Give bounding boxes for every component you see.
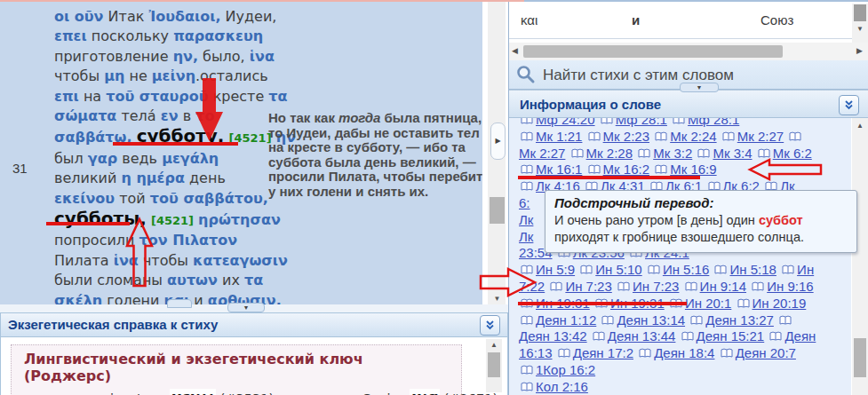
verse-link[interactable]: Ин 19:31 bbox=[536, 296, 590, 311]
scrollbar-thumb[interactable] bbox=[488, 352, 500, 377]
verse-link[interactable]: 6: bbox=[519, 195, 530, 210]
greek-word[interactable]: εκείνου bbox=[54, 190, 115, 207]
book-icon[interactable] bbox=[789, 131, 801, 142]
book-icon[interactable] bbox=[714, 265, 727, 275]
scroll-down-button[interactable]: ▼ bbox=[854, 24, 866, 34]
verse-link[interactable]: Лк bbox=[519, 229, 533, 244]
verse-link[interactable]: Ин 19:31 bbox=[610, 296, 665, 311]
scroll-up-button[interactable]: ▲ bbox=[488, 341, 500, 350]
verse-link[interactable]: Ин 5:18 bbox=[729, 262, 776, 277]
verse-link[interactable]: Мф 28:1 bbox=[688, 118, 739, 127]
greek-word[interactable]: τον Πιλατον bbox=[139, 232, 238, 249]
verse-link[interactable]: Мк 3:2 bbox=[653, 146, 692, 161]
book-icon[interactable] bbox=[521, 265, 533, 275]
greek-word[interactable]: αυτων bbox=[167, 272, 218, 288]
verse-link[interactable]: Деян 13:42 bbox=[519, 328, 587, 344]
greek-word[interactable]: μη bbox=[104, 67, 124, 84]
russian-word[interactable]: чтобы bbox=[54, 67, 100, 84]
greek-word[interactable]: μεγάλη bbox=[162, 150, 219, 167]
scrollbar-thumb[interactable] bbox=[854, 4, 866, 21]
scrollbar-thumb[interactable] bbox=[854, 338, 866, 377]
greek-word[interactable]: παρασκευη bbox=[173, 28, 263, 44]
verse-link[interactable]: Мф 28:1 bbox=[616, 118, 667, 127]
book-icon[interactable] bbox=[595, 298, 608, 309]
greek-word[interactable]: μεἰνη bbox=[152, 67, 195, 84]
greek-word[interactable]: επι bbox=[54, 88, 79, 105]
russian-word[interactable]: той bbox=[119, 190, 146, 207]
book-icon[interactable] bbox=[521, 118, 533, 125]
interlinear-text[interactable]: οι οῦν Итак Ἰουδαιοι, Иудеи,επει посколь… bbox=[54, 7, 276, 311]
scroll-right-button[interactable]: ▶ bbox=[856, 46, 863, 55]
russian-word[interactable]: был bbox=[54, 150, 84, 167]
book-icon[interactable] bbox=[571, 148, 584, 159]
verse-link[interactable]: Мк 16:2 bbox=[603, 162, 649, 177]
verse-link[interactable]: Ин 5:10 bbox=[595, 262, 641, 277]
greek-word[interactable]: ἱνα bbox=[114, 252, 139, 269]
russian-word[interactable]: на bbox=[84, 88, 101, 105]
verse-link[interactable]: Мк 16:9 bbox=[670, 162, 716, 177]
verse-link[interactable]: Деян 13:14 bbox=[617, 312, 685, 328]
verse-link[interactable]: Мк 2:27 bbox=[519, 146, 565, 161]
greek-word[interactable]: κατεαγωσιν bbox=[193, 252, 288, 269]
verse-link[interactable]: Кол 2:16 bbox=[536, 379, 588, 394]
greek-word[interactable]: ἱνα bbox=[250, 48, 275, 65]
russian-word[interactable]: приготовление bbox=[54, 48, 169, 65]
verse-link[interactable]: Мк 2:27 bbox=[737, 129, 784, 144]
splitter-collapse-handle[interactable]: ▶ bbox=[490, 122, 506, 160]
book-icon[interactable] bbox=[737, 298, 750, 309]
russian-word[interactable]: их bbox=[222, 272, 240, 288]
verse-link[interactable]: 16:13 bbox=[519, 345, 553, 360]
book-icon[interactable] bbox=[617, 281, 630, 292]
verse-link[interactable]: Деян 18:4 bbox=[654, 345, 714, 360]
verse-link[interactable]: Мк 2:28 bbox=[586, 146, 633, 161]
greek-word[interactable]: γαρ bbox=[88, 150, 117, 167]
russian-word[interactable]: было, bbox=[203, 48, 245, 65]
book-icon[interactable] bbox=[521, 131, 533, 142]
verse-link[interactable]: Ин 9:16 bbox=[767, 279, 813, 294]
strongs-number[interactable]: [4521] bbox=[229, 131, 272, 145]
book-icon[interactable] bbox=[521, 164, 533, 175]
verse-link[interactable]: Лк bbox=[519, 212, 533, 227]
verse-list-scrollbar[interactable]: ▲ bbox=[852, 118, 868, 395]
russian-word[interactable]: кресте bbox=[213, 88, 265, 105]
book-icon[interactable] bbox=[670, 298, 682, 309]
exegesis-scrollbar[interactable]: ▲ bbox=[486, 339, 502, 392]
verse-link[interactable]: Мф 24:20 bbox=[536, 118, 595, 127]
verse-link[interactable]: Деян 1:12 bbox=[536, 312, 596, 328]
greek-word[interactable]: ηρώτησαν bbox=[198, 211, 281, 228]
scroll-down-button[interactable]: ▼ bbox=[490, 293, 505, 304]
word-table-scrollbar[interactable]: ▼ bbox=[852, 4, 868, 43]
russian-word[interactable]: Пилата bbox=[54, 252, 109, 269]
book-icon[interactable] bbox=[752, 281, 764, 292]
russian-word[interactable]: чтобы bbox=[143, 252, 188, 269]
verse-link[interactable]: Деян 15:21 bbox=[697, 328, 765, 344]
verse-link[interactable]: Мк 3:4 bbox=[713, 146, 752, 161]
greek-word[interactable]: τα bbox=[268, 88, 287, 105]
greek-word[interactable]: το bbox=[195, 107, 214, 124]
horizontal-scrollbar[interactable]: ◀ ▶ bbox=[509, 43, 868, 60]
russian-word[interactable]: Иудеи, bbox=[226, 8, 277, 25]
panel-splitter-handle[interactable]: ▼ bbox=[680, 83, 719, 92]
book-icon[interactable] bbox=[580, 265, 593, 275]
book-icon[interactable] bbox=[593, 331, 605, 342]
greek-word[interactable]: σώματα bbox=[54, 107, 116, 124]
book-icon[interactable] bbox=[601, 315, 614, 326]
greek-word[interactable]: η ημέρα bbox=[121, 170, 184, 186]
book-icon[interactable] bbox=[721, 348, 733, 359]
verse-link[interactable]: Ин 5:9 bbox=[536, 262, 575, 277]
collapse-chevron-button[interactable] bbox=[480, 315, 500, 336]
russian-word[interactable]: .остались bbox=[195, 67, 268, 84]
russian-word[interactable]: поскольку bbox=[92, 28, 169, 44]
russian-word[interactable]: попросили bbox=[54, 232, 134, 249]
verse-link[interactable]: Ин 7:23 bbox=[565, 279, 611, 294]
verse-link[interactable]: Ин 20:1 bbox=[685, 296, 731, 311]
verse-link[interactable]: Мк 16:1 bbox=[536, 162, 582, 177]
verse-link[interactable]: Мк 6:2 bbox=[773, 146, 812, 161]
russian-word[interactable]: в bbox=[183, 107, 191, 124]
book-icon[interactable] bbox=[779, 315, 792, 326]
book-icon[interactable] bbox=[722, 131, 735, 142]
verse-link[interactable]: Деян 17:2 bbox=[573, 345, 633, 360]
greek-word[interactable]: Ἰουδαιοι, bbox=[148, 8, 220, 25]
russian-word[interactable]: ведь bbox=[122, 150, 157, 167]
verse-link[interactable]: Ин 5:16 bbox=[663, 262, 709, 277]
